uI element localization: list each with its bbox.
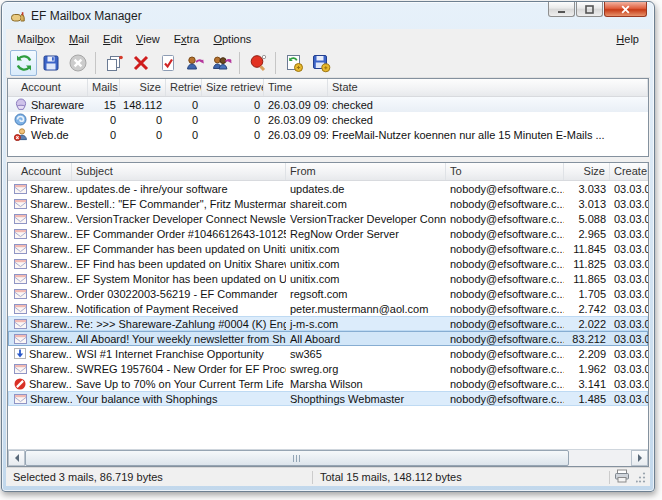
mail-account: Sharew... — [8, 243, 72, 255]
accounts-column-header-state[interactable]: State — [328, 79, 648, 96]
mail-created: 03.03.0 — [610, 213, 648, 225]
mail-row[interactable]: Sharew...VersionTracker Developer Connec… — [8, 211, 648, 226]
resize-grip[interactable] — [636, 471, 646, 483]
horizontal-scrollbar[interactable] — [8, 449, 648, 466]
stop-button[interactable] — [64, 50, 91, 76]
mail-created: 03.03.0 — [610, 378, 648, 390]
account-row[interactable]: Web.de000026.03.09 09:05FreeMail-Nutzer … — [8, 127, 648, 142]
mail-size: 11.845 — [564, 243, 610, 255]
mail-created: 03.03.0 — [610, 363, 648, 375]
mail-from: j-m-s.com — [286, 318, 446, 330]
save-gold-button[interactable] — [307, 50, 334, 76]
mail-account: Sharew... — [8, 183, 72, 195]
mails-column-header-subject[interactable]: Subject — [72, 163, 286, 180]
maximize-button[interactable] — [576, 2, 603, 17]
mail-row[interactable]: Sharew...EF Commander has been updated o… — [8, 241, 648, 256]
mail-account: Sharew... — [8, 318, 72, 330]
refresh-gold-button[interactable] — [280, 50, 307, 76]
delete-button[interactable] — [127, 50, 154, 76]
mail-row[interactable]: Sharew...WSI #1 Internet Franchise Oppor… — [8, 346, 648, 361]
mail-subject: All Aboard! Your weekly newsletter from … — [72, 333, 286, 345]
toolbar-separator — [239, 52, 240, 74]
menu-help[interactable]: Help — [609, 31, 646, 47]
mark-button[interactable] — [154, 50, 181, 76]
mail-size: 1.485 — [564, 393, 610, 405]
accounts-column-header-mails[interactable]: Mails — [88, 79, 120, 96]
account-row[interactable]: Shareware15148.1120026.03.09 09:05checke… — [8, 97, 648, 112]
mail-row[interactable]: Sharew...Notification of Payment Receive… — [8, 301, 648, 316]
mail-from: RegNow Order Server — [286, 228, 446, 240]
menu-edit[interactable]: Edit — [96, 31, 129, 47]
account-size-retrieved: 0 — [202, 129, 264, 141]
mail-icon — [14, 259, 27, 269]
statusbar: Selected 3 mails, 86.719 bytes Total 15 … — [6, 467, 650, 486]
mail-icon — [14, 304, 27, 314]
mail-to: nobody@efsoftware.c... — [446, 258, 564, 270]
account-state: checked — [328, 99, 648, 111]
accounts-column-header-time[interactable]: Time — [264, 79, 328, 96]
account-row[interactable]: Private000026.03.09 09:05checked — [8, 112, 648, 127]
mail-icon — [14, 199, 27, 209]
mails-column-header-to[interactable]: To — [446, 163, 564, 180]
menu-view[interactable]: View — [129, 31, 167, 47]
mail-row[interactable]: Sharew...Save Up to 70% on Your Current … — [8, 376, 648, 391]
mail-from: unitix.com — [286, 273, 446, 285]
mail-row[interactable]: Sharew...EF Commander Order #1046612643-… — [8, 226, 648, 241]
mail-subject: Re: >>> Shareware-Zahlung #0004 (K) Eng.… — [72, 318, 286, 330]
mail-from: peter.mustermann@aol.com — [286, 303, 446, 315]
mail-subject: Your balance with Shophings — [72, 393, 286, 405]
mail-row[interactable]: Sharew...EF Find has been updated on Uni… — [8, 256, 648, 271]
accounts-column-header-account[interactable]: Account — [8, 79, 88, 96]
client-area: Mailbox Mail Edit View Extra Options Hel… — [6, 29, 650, 486]
menu-mailbox[interactable]: Mailbox — [10, 31, 62, 47]
refresh-button[interactable] — [10, 50, 37, 76]
minimize-button[interactable] — [548, 2, 575, 17]
mail-to: nobody@efsoftware.c... — [446, 348, 564, 360]
mail-size: 83.212 — [564, 333, 610, 345]
accounts-column-header-size-retrieved[interactable]: Size retrieved — [202, 79, 264, 96]
toolbar-separator — [275, 52, 276, 74]
user-forward-button[interactable] — [181, 50, 208, 76]
mail-row[interactable]: Sharew...Order 03022003-56219 - EF Comma… — [8, 286, 648, 301]
mails-column-header-size[interactable]: Size — [564, 163, 610, 180]
mail-icon — [14, 334, 27, 344]
mail-created: 03.03.0 — [610, 393, 648, 405]
mail-created: 03.03.0 — [610, 303, 648, 315]
mail-row[interactable]: Sharew...Bestell.: "EF Commander", Fritz… — [8, 196, 648, 211]
mail-to: nobody@efsoftware.c... — [446, 318, 564, 330]
mail-row[interactable]: Sharew...SWREG 1957604 - New Order for E… — [8, 361, 648, 376]
scrollbar-thumb[interactable] — [25, 450, 569, 466]
menu-options[interactable]: Options — [206, 31, 258, 47]
mails-column-header-from[interactable]: From — [286, 163, 446, 180]
mails-column-header-created[interactable]: Created — [610, 163, 648, 180]
close-button[interactable] — [604, 2, 647, 17]
mail-row[interactable]: Sharew...updates.de - ihre/your software… — [8, 181, 648, 196]
accounts-rows: Shareware15148.1120026.03.09 09:05checke… — [8, 97, 648, 142]
mail-icon — [14, 364, 27, 374]
scroll-right-button[interactable] — [631, 450, 648, 466]
mail-row[interactable]: Sharew...All Aboard! Your weekly newslet… — [8, 331, 648, 346]
mail-from: unitix.com — [286, 258, 446, 270]
mail-row[interactable]: Sharew...EF System Monitor has been upda… — [8, 271, 648, 286]
mail-size: 1.705 — [564, 288, 610, 300]
mail-account: Sharew... — [8, 213, 72, 225]
account-time: 26.03.09 09:05 — [264, 129, 328, 141]
accounts-column-header-retrieved[interactable]: Retrieved — [166, 79, 202, 96]
mail-account: Sharew... — [8, 393, 72, 405]
app-icon[interactable] — [10, 8, 26, 24]
ping-button[interactable] — [244, 50, 271, 76]
scroll-left-button[interactable] — [8, 450, 25, 466]
mail-to: nobody@efsoftware.c... — [446, 288, 564, 300]
save-button[interactable] — [37, 50, 64, 76]
accounts-column-header-size[interactable]: Size — [120, 79, 166, 96]
menu-mail[interactable]: Mail — [62, 31, 96, 47]
mail-from: All Aboard — [286, 333, 446, 345]
menu-extra[interactable]: Extra — [167, 31, 207, 47]
private-icon — [14, 113, 27, 126]
mail-row[interactable]: Sharew...Re: >>> Shareware-Zahlung #0004… — [8, 316, 648, 331]
mail-row[interactable]: Sharew...Your balance with ShophingsShop… — [8, 391, 648, 406]
status-selected: Selected 3 mails, 86.719 bytes — [6, 471, 312, 483]
users-forward-button[interactable] — [208, 50, 235, 76]
mails-column-header-account[interactable]: Account — [8, 163, 72, 180]
copy-button[interactable] — [100, 50, 127, 76]
